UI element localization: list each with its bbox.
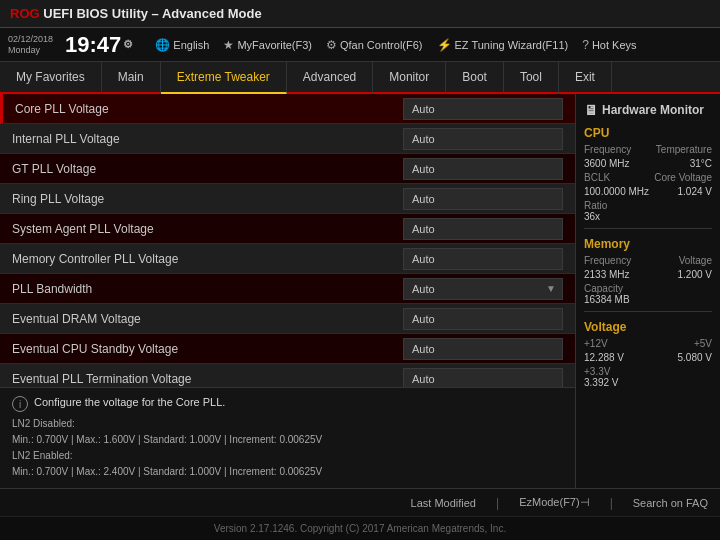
mem-voltage-label: Voltage	[679, 255, 712, 266]
infobox-line1: LN2 Disabled:	[12, 416, 563, 432]
hotkeys-label: Hot Keys	[592, 39, 637, 51]
row-eventual-dram-voltage[interactable]: Eventual DRAM Voltage Auto	[0, 304, 575, 334]
row-pll-bandwidth[interactable]: PLL Bandwidth Auto	[0, 274, 575, 304]
eztuning-link[interactable]: ⚡ EZ Tuning Wizard(F11)	[437, 38, 569, 52]
volt-33v-label: +3.3V	[584, 366, 712, 377]
tab-exit[interactable]: Exit	[559, 61, 612, 93]
nav-bar: My Favorites Main Extreme Tweaker Advanc…	[0, 62, 720, 94]
volt-5v-label: +5V	[694, 338, 712, 349]
row-eventual-pll-termination-voltage[interactable]: Eventual PLL Termination Voltage Auto	[0, 364, 575, 387]
footer-text: Version 2.17.1246. Copyright (C) 2017 Am…	[214, 523, 506, 534]
volt-12v-5v-headers: +12V +5V	[584, 338, 712, 349]
value-memory-controller-pll-voltage[interactable]: Auto	[403, 248, 563, 270]
info-icon: i	[12, 396, 28, 412]
volt-12v-value: 12.288 V	[584, 352, 624, 363]
favorite-icon: ★	[223, 38, 234, 52]
cpu-frequency-value: 3600 MHz	[584, 158, 630, 169]
label-pll-bandwidth: PLL Bandwidth	[12, 282, 403, 296]
qfan-label: Qfan Control(F6)	[340, 39, 423, 51]
label-ring-pll-voltage: Ring PLL Voltage	[12, 192, 403, 206]
value-eventual-dram-voltage[interactable]: Auto	[403, 308, 563, 330]
ezmode-button[interactable]: EzMode(F7)⊣	[519, 496, 590, 509]
date-line2: Monday	[8, 45, 53, 56]
value-ring-pll-voltage[interactable]: Auto	[403, 188, 563, 210]
row-system-agent-pll-voltage[interactable]: System Agent PLL Voltage Auto	[0, 214, 575, 244]
cpu-temperature-value: 31°C	[690, 158, 712, 169]
language-icon: 🌐	[155, 38, 170, 52]
cpu-freq-temp-values: 3600 MHz 31°C	[584, 158, 712, 169]
tab-monitor[interactable]: Monitor	[373, 61, 446, 93]
value-eventual-cpu-standby-voltage[interactable]: Auto	[403, 338, 563, 360]
time-value: 19:47	[65, 32, 121, 58]
mem-voltage-value: 1.200 V	[678, 269, 712, 280]
myfavorite-link[interactable]: ★ MyFavorite(F3)	[223, 38, 312, 52]
left-section: Core PLL Voltage Auto Internal PLL Volta…	[0, 94, 575, 488]
cpu-core-voltage-label: Core Voltage	[654, 172, 712, 183]
cpu-ratio-label: Ratio	[584, 200, 712, 211]
info-bar-links: 🌐 English ★ MyFavorite(F3) ⚙ Qfan Contro…	[155, 38, 712, 52]
value-eventual-pll-termination-voltage[interactable]: Auto	[403, 368, 563, 388]
settings-scroll[interactable]: Core PLL Voltage Auto Internal PLL Volta…	[0, 94, 575, 387]
cpu-frequency-label: Frequency	[584, 144, 631, 155]
mem-capacity-value: 16384 MB	[584, 294, 712, 305]
label-system-agent-pll-voltage: System Agent PLL Voltage	[12, 222, 403, 236]
title-bar: ROG UEFI BIOS Utility – Advanced Mode	[0, 0, 720, 28]
value-core-pll-voltage[interactable]: Auto	[403, 98, 563, 120]
mem-capacity-label: Capacity	[584, 283, 712, 294]
row-gt-pll-voltage[interactable]: GT PLL Voltage Auto	[0, 154, 575, 184]
row-ring-pll-voltage[interactable]: Ring PLL Voltage Auto	[0, 184, 575, 214]
mem-frequency-label: Frequency	[584, 255, 631, 266]
hardware-monitor: 🖥 Hardware Monitor CPU Frequency Tempera…	[575, 94, 720, 488]
myfavorite-label: MyFavorite(F3)	[237, 39, 312, 51]
tab-tool[interactable]: Tool	[504, 61, 559, 93]
tab-extreme-tweaker[interactable]: Extreme Tweaker	[161, 62, 287, 94]
row-core-pll-voltage[interactable]: Core PLL Voltage Auto	[0, 94, 575, 124]
last-modified-label: Last Modified	[411, 497, 476, 509]
cpu-bclk-value: 100.0000 MHz	[584, 186, 649, 197]
row-internal-pll-voltage[interactable]: Internal PLL Voltage Auto	[0, 124, 575, 154]
label-gt-pll-voltage: GT PLL Voltage	[12, 162, 403, 176]
volt-12v-5v-values: 12.288 V 5.080 V	[584, 352, 712, 363]
qfan-icon: ⚙	[326, 38, 337, 52]
value-system-agent-pll-voltage[interactable]: Auto	[403, 218, 563, 240]
row-memory-controller-pll-voltage[interactable]: Memory Controller PLL Voltage Auto	[0, 244, 575, 274]
volt-5v-value: 5.080 V	[678, 352, 712, 363]
volt-12v-label: +12V	[584, 338, 608, 349]
language-link[interactable]: 🌐 English	[155, 38, 209, 52]
tab-main[interactable]: Main	[102, 61, 161, 93]
value-internal-pll-voltage[interactable]: Auto	[403, 128, 563, 150]
label-eventual-cpu-standby-voltage: Eventual CPU Standby Voltage	[12, 342, 403, 356]
cpu-ratio-value: 36x	[584, 211, 712, 222]
brand-rog: ROG	[10, 6, 40, 21]
mem-frequency-value: 2133 MHz	[584, 269, 630, 280]
divider-2	[584, 311, 712, 312]
info-bar: 02/12/2018 Monday 19:47 ⚙ 🌐 English ★ My…	[0, 28, 720, 62]
cpu-core-voltage-value: 1.024 V	[678, 186, 712, 197]
qfan-link[interactable]: ⚙ Qfan Control(F6)	[326, 38, 423, 52]
cpu-freq-temp-headers: Frequency Temperature	[584, 144, 712, 155]
search-faq-link[interactable]: Search on FAQ	[633, 497, 708, 509]
settings-icon[interactable]: ⚙	[123, 38, 133, 51]
hw-section-cpu: CPU	[584, 126, 712, 140]
tab-boot[interactable]: Boot	[446, 61, 504, 93]
cpu-bclk-cv-headers: BCLK Core Voltage	[584, 172, 712, 183]
separator-1: |	[496, 496, 499, 510]
divider-1	[584, 228, 712, 229]
language-label: English	[173, 39, 209, 51]
tab-advanced[interactable]: Advanced	[287, 61, 373, 93]
infobox-line3: LN2 Enabled:	[12, 448, 563, 464]
value-pll-bandwidth[interactable]: Auto	[403, 278, 563, 300]
footer: Version 2.17.1246. Copyright (C) 2017 Am…	[0, 516, 720, 540]
main-content: Core PLL Voltage Auto Internal PLL Volta…	[0, 94, 720, 488]
mem-freq-volt-headers: Frequency Voltage	[584, 255, 712, 266]
info-box: i Configure the voltage for the Core PLL…	[0, 387, 575, 488]
value-gt-pll-voltage[interactable]: Auto	[403, 158, 563, 180]
tab-favorites[interactable]: My Favorites	[0, 61, 102, 93]
label-core-pll-voltage: Core PLL Voltage	[15, 102, 403, 116]
row-eventual-cpu-standby-voltage[interactable]: Eventual CPU Standby Voltage Auto	[0, 334, 575, 364]
hotkeys-link[interactable]: ? Hot Keys	[582, 38, 636, 52]
date-line1: 02/12/2018	[8, 34, 53, 45]
infobox-line4: Min.: 0.700V | Max.: 2.400V | Standard: …	[12, 464, 563, 480]
infobox-line2: Min.: 0.700V | Max.: 1.600V | Standard: …	[12, 432, 563, 448]
eztuning-icon: ⚡	[437, 38, 452, 52]
